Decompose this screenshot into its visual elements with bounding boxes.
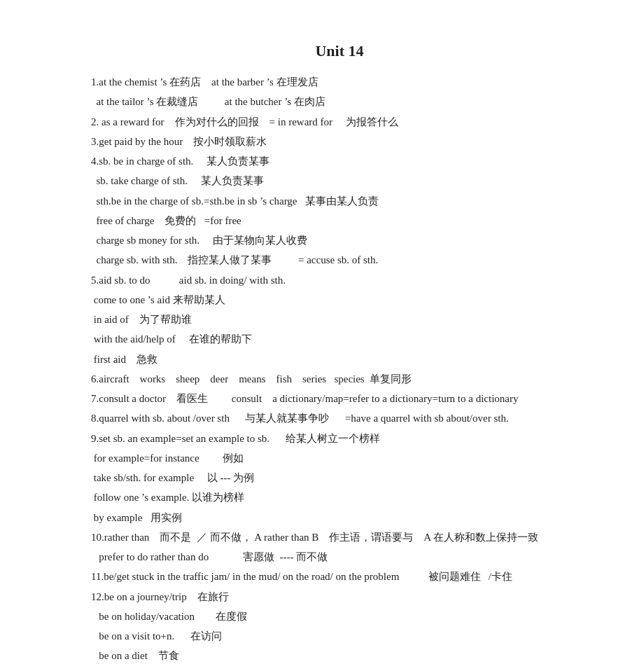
line-16: 6.aircraft works sheep deer means fish s… xyxy=(91,370,588,388)
line-19: 9.set sb. an example=set an example to s… xyxy=(91,429,588,448)
line-23: by example 用实例 xyxy=(91,509,588,527)
content-area: 1.at the chemist ’s 在药店 at the barber ’s… xyxy=(91,73,588,664)
line-30: be on a diet 节食 xyxy=(91,646,588,664)
line-5: 4.sb. be in charge of sth. 某人负责某事 xyxy=(91,152,588,170)
line-11: 5.aid sb. to do aid sb. in doing/ with s… xyxy=(91,271,588,289)
line-12: come to one ’s aid 来帮助某人 xyxy=(91,291,588,309)
line-29: be on a visit to+n. 在访问 xyxy=(91,627,588,645)
line-13: in aid of 为了帮助谁 xyxy=(91,310,588,328)
line-14: with the aid/help of 在谁的帮助下 xyxy=(91,330,588,348)
line-6: sb. take charge of sth. 某人负责某事 xyxy=(91,172,588,190)
line-1: 1.at the chemist ’s 在药店 at the barber ’s… xyxy=(91,73,588,91)
line-9: charge sb money for sth. 由于某物向某人收费 xyxy=(91,231,588,249)
line-24: 10.rather than 而不是 ／ 而不做， A rather than … xyxy=(91,528,588,546)
line-2: at the tailor ’s 在裁缝店 at the butcher ’s … xyxy=(91,92,588,111)
line-25: prefer to do rather than do 害愿做 ---- 而不做 xyxy=(91,548,588,566)
page-title: Unit 14 xyxy=(91,42,588,60)
line-26: 11.be/get stuck in the traffic jam/ in t… xyxy=(91,567,588,586)
line-8: free of charge 免费的 =for free xyxy=(91,212,588,230)
line-3: 2. as a reward for 作为对什么的回报 = in reward … xyxy=(91,113,588,131)
line-18: 8.quarrel with sb. about /over sth 与某人就某… xyxy=(91,409,588,427)
line-4: 3.get paid by the hour 按小时领取薪水 xyxy=(91,132,588,151)
line-7: sth.be in the charge of sb.=sth.be in sb… xyxy=(91,192,588,210)
line-28: be on holiday/vacation 在度假 xyxy=(91,607,588,625)
line-17: 7.consult a doctor 看医生 consult a diction… xyxy=(91,389,588,408)
line-22: follow one ’s example. 以谁为榜样 xyxy=(91,488,588,506)
line-27: 12.be on a journey/trip 在旅行 xyxy=(91,588,588,606)
line-20: for example=for instance 例如 xyxy=(91,449,588,467)
line-15: first aid 急救 xyxy=(91,350,588,368)
line-10: charge sb. with sth. 指控某人做了某事 = accuse s… xyxy=(91,251,588,269)
line-21: take sb/sth. for example 以 --- 为例 xyxy=(91,469,588,487)
